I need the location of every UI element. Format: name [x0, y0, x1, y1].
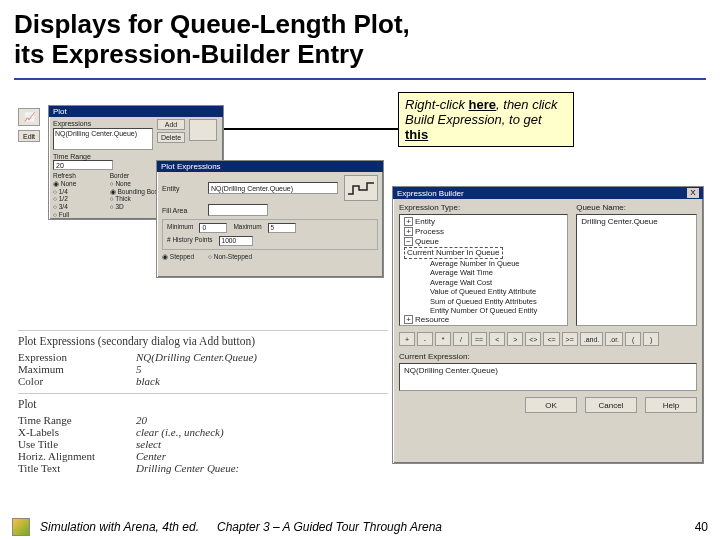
tree-current-number[interactable]: Current Number In Queue [404, 247, 503, 259]
op-ne[interactable]: <> [525, 332, 541, 346]
cancel-button[interactable]: Cancel [585, 397, 637, 413]
op-rp[interactable]: ) [643, 332, 659, 346]
ok-button[interactable]: OK [525, 397, 577, 413]
op-lp[interactable]: ( [625, 332, 641, 346]
delete-button[interactable]: Delete [157, 132, 185, 143]
op-minus[interactable]: - [417, 332, 433, 346]
op-and[interactable]: .and. [580, 332, 604, 346]
fillarea-field[interactable] [208, 204, 268, 216]
spec-hdr2: Plot [18, 398, 388, 410]
refresh-quarter[interactable]: ○ 1/4 [53, 188, 106, 196]
op-eq[interactable]: == [471, 332, 487, 346]
max-label: Maximum [233, 223, 261, 233]
plot-dialog-title: Plot [49, 106, 223, 117]
tree-leaf-4[interactable]: Sum of Queued Entity Attributes [404, 297, 563, 306]
refresh-none[interactable]: ◉ None [53, 180, 106, 188]
hist-field[interactable]: 1000 [219, 236, 253, 246]
max-field[interactable]: 5 [268, 223, 296, 233]
border-3d[interactable]: ○ 3D [110, 203, 163, 211]
footer-left: Simulation with Arena, 4th ed. [40, 520, 199, 534]
expressions-listbox[interactable]: NQ(Drilling Center.Queue) [53, 128, 153, 150]
operator-row: + - * / == < > <> <= >= .and. .or. ( ) [399, 332, 697, 346]
op-div[interactable]: / [453, 332, 469, 346]
spec-hdr1: Plot Expressions (secondary dialog via A… [18, 335, 388, 347]
border-thick[interactable]: ○ Thick [110, 195, 163, 203]
time-range-field[interactable]: 20 [53, 160, 113, 170]
tree-leaf-3[interactable]: Value of Queued Entity Attribute [404, 287, 563, 296]
add-button[interactable]: Add [157, 119, 185, 130]
fillarea-label: Fill Area [162, 207, 202, 214]
page-number: 40 [695, 520, 708, 534]
entity-field[interactable]: NQ(Drilling Center.Queue) [208, 182, 338, 194]
color-swatch[interactable] [189, 119, 217, 141]
expression-type-tree[interactable]: +Entity +Process −Queue Current Number I… [399, 214, 568, 326]
queue-name-label: Queue Name: [576, 203, 697, 212]
help-button[interactable]: Help [645, 397, 697, 413]
op-mul[interactable]: * [435, 332, 451, 346]
edit-button[interactable]: Edit [18, 130, 40, 142]
tree-leaf-2[interactable]: Average Wait Cost [404, 278, 563, 287]
tree-leaf-5[interactable]: Entity Number Of Queued Entity [404, 306, 563, 315]
op-or[interactable]: .or. [605, 332, 623, 346]
plot-expressions-title: Plot Expressions [157, 161, 383, 172]
title-line2: its Expression-Builder Entry [14, 39, 364, 69]
footer-center: Chapter 3 – A Guided Tour Through Arena [217, 520, 442, 534]
border-box[interactable]: ◉ Bounding Box [110, 188, 163, 196]
book-icon [12, 518, 30, 536]
expression-type-label: Expression Type: [399, 203, 568, 212]
title-underline [14, 78, 706, 80]
hist-label: # History Points [167, 236, 213, 246]
spec-text: Plot Expressions (secondary dialog via A… [18, 330, 388, 480]
time-range-label: Time Range [53, 153, 91, 160]
callout-note: Right-click here, then click Build Expre… [398, 92, 574, 147]
line-preview [344, 175, 378, 201]
plot-expressions-dialog: Plot Expressions Entity NQ(Drilling Cent… [156, 160, 384, 278]
entity-label: Entity [162, 185, 202, 192]
op-le[interactable]: <= [543, 332, 559, 346]
current-expression-label: Current Expression: [399, 352, 697, 361]
op-plus[interactable]: + [399, 332, 415, 346]
queue-name-list[interactable]: Drilling Center.Queue [576, 214, 697, 326]
op-lt[interactable]: < [489, 332, 505, 346]
refresh-three[interactable]: ○ 3/4 [53, 203, 106, 211]
slide-title: Displays for Queue-Length Plot, its Expr… [0, 0, 720, 76]
nonstepped-radio[interactable]: ○ Non-Stepped [208, 253, 252, 261]
op-gt[interactable]: > [507, 332, 523, 346]
title-line1: Displays for Queue-Length Plot, [14, 9, 410, 39]
current-expression-box[interactable]: NQ(Drilling Center.Queue) [399, 363, 697, 391]
min-label: Minimum [167, 223, 193, 233]
border-group-label: Border [110, 172, 163, 180]
slide-footer: Simulation with Arena, 4th ed. Chapter 3… [0, 518, 720, 536]
border-none[interactable]: ○ None [110, 180, 163, 188]
refresh-full[interactable]: ○ Full [53, 211, 106, 219]
close-icon[interactable]: X [687, 188, 699, 198]
expressions-label: Expressions [53, 120, 91, 127]
expression-builder-title: Expression Builder [397, 189, 464, 198]
tree-leaf-1[interactable]: Average Wait Time [404, 268, 563, 277]
op-ge[interactable]: >= [562, 332, 578, 346]
minmax-group: Minimum 0 Maximum 5 # History Points 100… [162, 219, 378, 250]
min-field[interactable]: 0 [199, 223, 227, 233]
stepped-radio[interactable]: ◉ Stepped [162, 253, 194, 261]
refresh-half[interactable]: ○ 1/2 [53, 195, 106, 203]
tree-leaf-0[interactable]: Average Number In Queue [404, 259, 563, 268]
plot-tool-icon[interactable]: 📈 [18, 108, 40, 126]
expression-builder-dialog: Expression Builder X Expression Type: +E… [392, 186, 704, 464]
refresh-group-label: Refresh [53, 172, 106, 180]
